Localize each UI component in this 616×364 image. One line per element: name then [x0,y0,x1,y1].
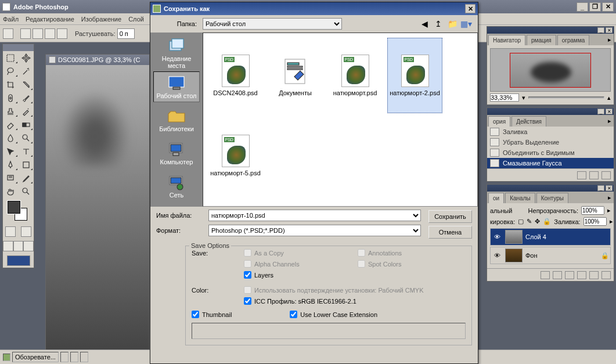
panel-menu-icon[interactable]: ▸ [606,116,614,127]
tool-lasso[interactable] [3,64,19,78]
tool-hand[interactable] [3,185,19,198]
checkbox-icc[interactable]: ICC Профиль: sRGB IEC61966-2.1 [244,297,466,305]
screenmode-standard-icon[interactable] [3,241,13,251]
file-list[interactable]: DSCN2408.psd Документы натюрморт.psd нат… [203,33,478,207]
imageready-icon[interactable] [3,354,10,361]
lock-all-icon[interactable]: 🔒 [543,218,551,225]
history-item[interactable]: Объединить с Видимым [487,147,614,158]
color-swatches[interactable] [3,198,34,224]
visibility-icon[interactable]: 👁 [492,250,502,261]
zoom-in-icon[interactable]: ▴ [607,94,611,102]
panel-minimize-icon[interactable]: _ [597,185,604,191]
file-item[interactable]: натюрморт.psd [327,38,383,113]
opacity-dropdown-icon[interactable]: ▸ [607,207,611,214]
trash-icon[interactable] [601,271,611,279]
panel-minimize-icon[interactable]: _ [597,27,604,33]
checkbox-proof[interactable]: Использовать подтверждение установки: Ра… [244,286,466,294]
tool-zoom[interactable] [19,185,34,198]
quickmask-standard-icon[interactable] [5,226,16,237]
tool-stamp[interactable] [3,104,19,118]
checkbox-layers[interactable]: Layers [244,271,352,279]
history-item[interactable]: Заливка [487,127,614,137]
tab-history[interactable]: ория [488,116,510,127]
menu-image[interactable]: Изображение [81,16,121,23]
panel-minimize-icon[interactable]: _ [597,109,604,114]
checkbox-annotations[interactable]: Annotations [358,249,466,257]
lock-position-icon[interactable]: ✥ [535,218,540,225]
close-button[interactable]: ✕ [602,2,614,12]
tool-marquee[interactable] [3,51,19,64]
maximize-button[interactable]: ❐ [589,2,601,12]
marquee-preset-icon[interactable] [3,28,13,39]
zoom-slider[interactable] [528,96,604,99]
history-item[interactable]: Убрать Выделение [487,137,614,147]
tool-shape[interactable] [19,158,34,171]
tool-notes[interactable] [3,171,19,185]
tab-info[interactable]: рмация [527,35,556,45]
layer-row[interactable]: 👁 Слой 4 [490,228,611,246]
checkbox-thumbnail[interactable]: Thumbnail [192,311,232,318]
adjustment-layer-icon[interactable] [577,271,586,279]
file-item[interactable]: DSCN2408.psd [208,38,263,113]
tool-path-select[interactable] [3,145,19,158]
quickmask-mask-icon[interactable] [21,226,31,237]
tool-brush[interactable] [19,91,34,104]
tool-move[interactable] [19,51,34,64]
new-layer-icon[interactable] [589,271,599,279]
foreground-color-swatch[interactable] [8,201,20,214]
panel-close-icon[interactable]: ✕ [606,109,613,114]
filename-input[interactable]: натюрморт-10.psd [208,210,421,221]
menu-layer[interactable]: Слой [128,16,144,23]
up-folder-icon[interactable]: ↥ [433,18,444,30]
tool-slice[interactable] [19,78,34,91]
new-document-icon[interactable] [589,171,599,179]
selection-intersect-icon[interactable] [57,28,67,39]
cancel-button[interactable]: Отмена [428,226,472,239]
navigator-preview[interactable] [490,48,611,92]
file-item[interactable]: натюрморт-5.psd [208,118,263,193]
menu-edit[interactable]: Редактирование [26,16,74,23]
lock-pixels-icon[interactable]: ✎ [527,218,532,225]
visibility-icon[interactable]: 👁 [492,232,502,242]
tool-dodge[interactable] [19,131,34,145]
layer-row[interactable]: 👁 Фон 🔒 [490,247,611,264]
screenmode-full-icon[interactable] [23,241,34,251]
panel-menu-icon[interactable]: ▸ [606,192,614,203]
panel-close-icon[interactable]: ✕ [606,27,613,33]
place-recent[interactable]: Недавние места [153,37,200,69]
selection-new-icon[interactable] [20,28,31,39]
history-item[interactable]: Смазывание Гаусса [487,158,614,168]
tool-blur[interactable] [3,131,19,145]
dialog-close-button[interactable]: ✕ [465,4,475,13]
tool-eraser[interactable] [3,118,19,131]
status-icon[interactable] [80,352,88,362]
file-item[interactable]: Документы [268,38,323,113]
checkbox-alpha[interactable]: Alpha Channels [244,260,352,268]
place-desktop[interactable]: Рабочий стол [153,71,200,102]
canvas[interactable] [46,65,149,361]
zoom-out-icon[interactable]: ▾ [522,94,525,102]
zoom-input[interactable] [490,93,519,102]
file-item[interactable]: натюрморт-2.psd [387,38,442,113]
tool-crop[interactable] [3,78,19,91]
minimize-button[interactable]: _ [577,2,588,12]
feather-input[interactable] [117,28,135,39]
tab-channels[interactable]: Каналы [505,193,535,203]
tool-type[interactable] [19,145,34,158]
place-computer[interactable]: Компьютер [153,138,200,169]
tab-navigator[interactable]: Навигатор [488,35,525,45]
folder-select[interactable]: Рабочий стол [203,18,342,30]
trash-icon[interactable] [601,171,611,179]
panel-close-icon[interactable]: ✕ [606,185,613,191]
jump-to-imageready-icon[interactable] [7,255,30,266]
status-icon[interactable] [60,352,69,362]
tool-eyedropper[interactable] [19,171,34,185]
document-titlebar[interactable]: DSC00981.JPG @ 33,3% (С [46,55,149,65]
menu-file[interactable]: Файл [3,16,19,23]
dialog-titlebar[interactable]: Сохранить как ✕ [150,2,478,15]
new-folder-icon[interactable]: 📁 [446,18,458,30]
lock-transparency-icon[interactable]: ▢ [518,218,524,225]
place-libraries[interactable]: Библиотеки [153,104,200,135]
format-select[interactable]: Photoshop (*.PSD;*.PDD) [208,225,421,236]
opacity-input[interactable] [581,206,604,215]
